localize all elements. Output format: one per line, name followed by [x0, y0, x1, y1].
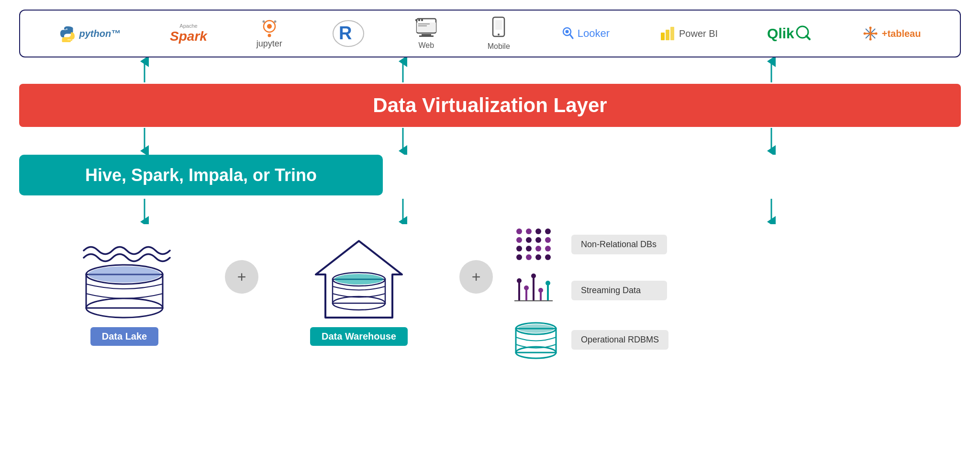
svg-point-81: [524, 285, 529, 290]
svg-rect-22: [661, 33, 665, 40]
non-relational-label: Non-Relational DBs: [571, 235, 667, 254]
tool-python: python™: [59, 25, 121, 42]
svg-rect-14: [422, 34, 431, 35]
data-lake-label: Data Lake: [90, 327, 159, 346]
r-icon: R: [332, 19, 365, 48]
svg-point-17: [498, 34, 500, 35]
svg-point-76: [535, 254, 541, 260]
svg-point-63: [526, 228, 532, 234]
svg-point-34: [863, 33, 866, 35]
svg-point-1: [267, 24, 272, 29]
arrow-down-icon-3: [766, 127, 777, 155]
plus-symbol-2: +: [472, 268, 481, 286]
arrows-row-3: [19, 198, 961, 224]
plus-circle-1: +: [225, 260, 258, 294]
arrow-3: [766, 57, 777, 84]
svg-point-3: [262, 20, 265, 23]
svg-point-73: [545, 246, 551, 251]
svg-line-21: [570, 34, 573, 38]
svg-rect-8: [415, 19, 417, 21]
spark-apache-label: Apache: [179, 23, 197, 29]
hive-bar: Hive, Spark, Impala, or Trino: [19, 155, 383, 195]
svg-text:R: R: [339, 23, 352, 43]
svg-point-61: [334, 274, 383, 285]
svg-point-83: [531, 274, 536, 278]
tool-web: Web: [414, 18, 438, 50]
arrow-down-icon-4: [139, 198, 150, 224]
looker-text: Looker: [578, 27, 610, 40]
streaming-label: Streaming Data: [571, 281, 667, 300]
tableau-text: +tableau: [882, 28, 921, 39]
arrow-4: [139, 127, 150, 155]
tool-powerbi: Power BI: [659, 25, 718, 42]
tableau-icon: [862, 25, 879, 42]
tool-qlik: Qlik: [767, 25, 813, 42]
svg-rect-24: [670, 27, 674, 40]
svg-rect-15: [419, 35, 434, 37]
powerbi-icon: [659, 25, 676, 42]
tool-looker: Looker: [559, 26, 610, 41]
right-sources: Non-Relational DBs: [512, 227, 961, 361]
arrow-2: [397, 57, 409, 84]
arrow-up-icon-2: [397, 57, 409, 84]
svg-point-92: [518, 324, 554, 333]
data-lake-section: Data Lake: [33, 227, 215, 346]
arrow-down-icon-2: [397, 127, 409, 155]
svg-rect-23: [666, 30, 669, 40]
non-relational-icon: [512, 227, 560, 262]
qlik-icon: [795, 25, 813, 42]
python-logo: python™: [59, 25, 121, 42]
tool-mobile: Mobile: [488, 16, 510, 51]
main-container: python™ Apache Spark jupyter: [0, 0, 980, 456]
source-non-relational: Non-Relational DBs: [512, 227, 961, 262]
arrow-7: [139, 198, 150, 224]
rdbms-label: Operational RDBMS: [571, 330, 668, 350]
svg-point-65: [545, 228, 551, 234]
svg-point-66: [516, 237, 522, 243]
arrow-down-icon-5: [397, 198, 409, 224]
mobile-text: Mobile: [488, 42, 510, 51]
svg-point-4: [274, 20, 276, 23]
source-rdbms: Operational RDBMS: [512, 318, 961, 361]
arrows-row-1: [19, 57, 961, 84]
data-warehouse-label: Data Warehouse: [310, 327, 408, 346]
svg-point-71: [526, 246, 532, 251]
svg-point-64: [535, 228, 541, 234]
svg-point-77: [545, 254, 551, 260]
spark-text: Spark: [170, 29, 207, 44]
plus-circle-2: +: [459, 260, 493, 294]
streaming-icon: [512, 271, 560, 309]
svg-rect-10: [421, 19, 423, 21]
svg-point-57: [88, 266, 161, 283]
tool-tableau: +tableau: [862, 25, 921, 42]
svg-point-72: [535, 246, 541, 251]
python-icon: [59, 25, 76, 42]
arrow-up-icon-1: [139, 57, 150, 84]
source-streaming: Streaming Data: [512, 271, 961, 309]
arrow-down-icon-6: [766, 198, 777, 224]
web-icon: [414, 18, 438, 39]
arrows-row-2: [19, 127, 961, 155]
svg-point-68: [535, 237, 541, 243]
arrow-down-icon-1: [139, 127, 150, 155]
dvl-bar: Data Virtualization Layer: [19, 84, 961, 127]
mobile-icon: [489, 16, 508, 40]
svg-point-69: [545, 237, 551, 243]
svg-point-62: [516, 228, 522, 234]
dvl-title: Data Virtualization Layer: [373, 94, 607, 117]
web-text: Web: [418, 41, 434, 50]
python-text: python™: [79, 28, 121, 39]
svg-rect-9: [418, 19, 420, 21]
tool-spark: Apache Spark: [170, 23, 207, 44]
powerbi-text: Power BI: [679, 28, 718, 39]
svg-rect-13: [418, 25, 427, 26]
arrow-6: [766, 127, 777, 155]
svg-point-32: [869, 27, 871, 29]
data-warehouse-icon: [304, 227, 414, 322]
arrow-up-icon-3: [766, 57, 777, 84]
svg-point-75: [526, 254, 532, 260]
svg-point-79: [517, 278, 522, 283]
svg-point-33: [869, 38, 871, 41]
hive-title: Hive, Spark, Impala, or Trino: [85, 165, 317, 185]
arrow-9: [766, 198, 777, 224]
